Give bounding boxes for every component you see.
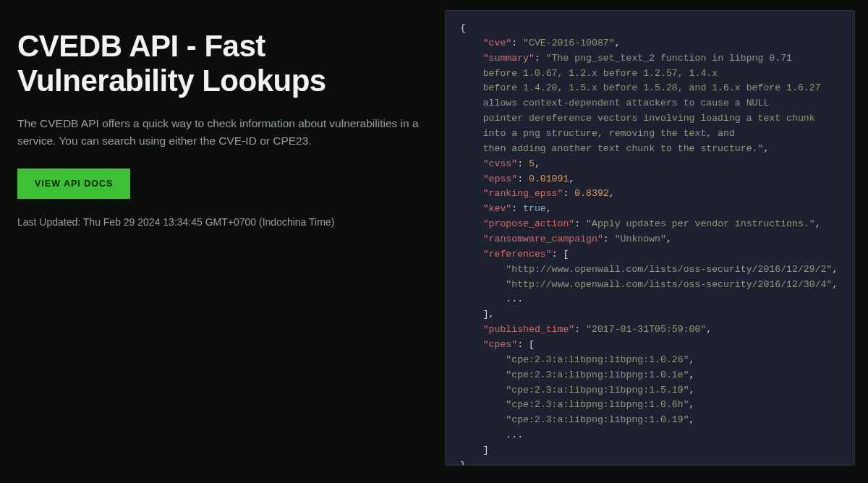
json-preview: { "cve": "CVE-2016-10087", "summary": "T… <box>445 10 855 466</box>
title-rest: Vulnerability Lookups <box>17 64 326 98</box>
hero-description: The CVEDB API offers a quick way to chec… <box>17 115 419 150</box>
last-updated-text: Last Updated: Thu Feb 29 2024 13:34:45 G… <box>17 216 419 228</box>
code-panel: { "cve": "CVE-2016-10087", "summary": "T… <box>445 0 868 483</box>
hero-panel: CVEDB API - Fast Vulnerability Lookups T… <box>0 0 445 483</box>
title-lead: CVEDB API - Fast <box>17 29 265 63</box>
page-title: CVEDB API - Fast Vulnerability Lookups <box>17 29 419 99</box>
view-api-docs-button[interactable]: VIEW API DOCS <box>17 168 130 199</box>
